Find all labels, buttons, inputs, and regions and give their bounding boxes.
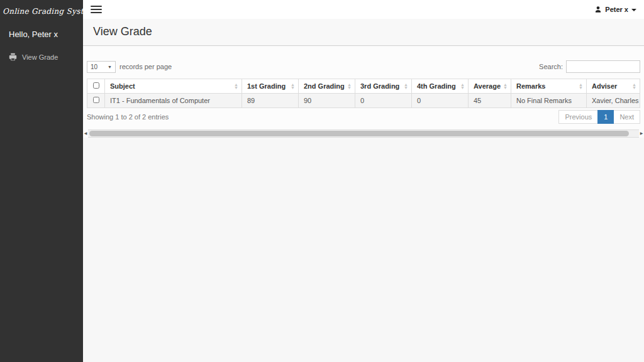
next-page-button[interactable]: Next <box>614 110 640 124</box>
sort-icon: ▲▼ <box>460 83 465 89</box>
cell-adviser: Xavier, Charles M <box>587 94 640 108</box>
cell-average: 45 <box>469 94 511 108</box>
column-header-3rd-grading[interactable]: 3rd Grading ▲▼ <box>355 79 412 94</box>
table-header-row: Subject ▲▼ 1st Grading ▲▼ 2nd Grading ▲▼… <box>87 79 640 94</box>
row-checkbox[interactable] <box>93 97 99 103</box>
sort-icon: ▲▼ <box>234 83 238 89</box>
content-background <box>83 138 644 362</box>
search-control: Search: <box>539 60 640 73</box>
column-header-average[interactable]: Average ▲▼ <box>469 79 511 94</box>
sidebar: Online Grading System Hello, Peter x Vie… <box>0 0 83 362</box>
cell-remarks: No Final Remarks <box>511 94 587 108</box>
page-header: View Grade <box>83 19 644 46</box>
grades-table: Subject ▲▼ 1st Grading ▲▼ 2nd Grading ▲▼… <box>87 79 640 108</box>
user-greeting: Hello, Peter x <box>0 21 83 47</box>
sort-icon: ▲▼ <box>347 83 352 89</box>
column-header-2nd-grading[interactable]: 2nd Grading ▲▼ <box>299 79 355 94</box>
column-header-adviser[interactable]: Adviser ▲▼ <box>587 79 640 94</box>
search-input[interactable] <box>566 60 640 73</box>
page-title: View Grade <box>93 25 634 38</box>
app-brand: Online Grading System <box>0 0 83 21</box>
column-header-remarks[interactable]: Remarks ▲▼ <box>511 79 587 94</box>
table-controls: 10 ▼ records per page Search: <box>87 60 640 73</box>
pagination: Previous 1 Next <box>558 110 640 124</box>
cell-3rd-grading: 0 <box>355 94 412 108</box>
cell-4th-grading: 0 <box>412 94 469 108</box>
cell-subject: IT1 - Fundamentals of Computer <box>105 94 242 108</box>
records-per-page-control: 10 ▼ records per page <box>87 61 172 73</box>
sort-icon: ▲▼ <box>404 83 408 89</box>
sort-icon: ▲▼ <box>579 83 583 89</box>
chevron-down-icon <box>631 9 636 11</box>
select-caret-icon: ▼ <box>108 65 112 69</box>
search-label: Search: <box>539 63 563 70</box>
page-size-select[interactable]: 10 ▼ <box>87 61 116 73</box>
table-row: IT1 - Fundamentals of Computer 89 90 0 0… <box>87 94 640 108</box>
sidebar-item-view-grade[interactable]: View Grade <box>0 47 83 67</box>
previous-page-button[interactable]: Previous <box>558 110 597 124</box>
scroll-right-arrow-icon[interactable]: ▶ <box>639 129 644 138</box>
row-checkbox-cell <box>87 94 105 108</box>
horizontal-scrollbar: ◀ ▶ <box>83 129 644 138</box>
user-icon <box>594 6 602 13</box>
cell-1st-grading: 89 <box>242 94 299 108</box>
sort-icon: ▲▼ <box>632 83 636 89</box>
select-all-checkbox[interactable] <box>93 82 99 89</box>
select-all-header-cell <box>87 79 105 94</box>
column-header-1st-grading[interactable]: 1st Grading ▲▼ <box>242 79 299 94</box>
scrollbar-thumb[interactable] <box>89 131 629 136</box>
page-size-value: 10 <box>91 63 97 70</box>
table-footer: Showing 1 to 2 of 2 entries Previous 1 N… <box>87 110 640 124</box>
hamburger-menu-icon[interactable] <box>91 4 102 14</box>
column-header-subject[interactable]: Subject ▲▼ <box>105 79 242 94</box>
table-area: 10 ▼ records per page Search: Subject <box>83 47 644 129</box>
main-content: 10 ▼ records per page Search: Subject <box>83 47 644 362</box>
sort-icon: ▲▼ <box>291 83 295 89</box>
cell-2nd-grading: 90 <box>299 94 355 108</box>
scroll-left-arrow-icon[interactable]: ◀ <box>83 129 88 138</box>
user-name: Peter x <box>605 6 628 13</box>
column-header-4th-grading[interactable]: 4th Grading ▲▼ <box>412 79 469 94</box>
printer-icon <box>9 53 17 61</box>
sidebar-item-label: View Grade <box>22 53 58 61</box>
user-dropdown[interactable]: Peter x <box>594 6 636 13</box>
scrollbar-track[interactable] <box>88 129 639 138</box>
sort-icon: ▲▼ <box>503 83 508 89</box>
page-1-button[interactable]: 1 <box>597 110 614 124</box>
records-per-page-label: records per page <box>119 63 172 70</box>
showing-entries-text: Showing 1 to 2 of 2 entries <box>87 113 169 121</box>
top-navbar: Peter x <box>83 0 644 19</box>
